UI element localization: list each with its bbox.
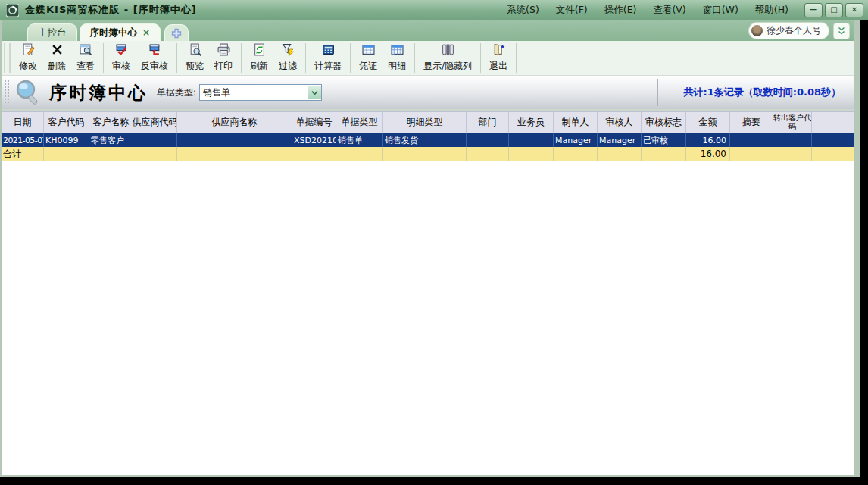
column-header[interactable]: 明细类型	[383, 112, 467, 133]
column-header[interactable]: 供应商名称	[177, 112, 292, 133]
menu-item-2[interactable]: 操作(E)	[596, 2, 645, 19]
exit-button[interactable]: 退出	[484, 41, 513, 75]
toolbar-button-label: 打印	[214, 60, 233, 73]
total-cell	[467, 147, 509, 161]
preview-icon	[189, 43, 201, 59]
detail-button[interactable]: 明细	[382, 41, 411, 75]
toolbar-button-label: 计算器	[314, 60, 342, 73]
table-cell	[177, 133, 292, 147]
column-header[interactable]: 业务员	[509, 112, 554, 133]
view-icon	[80, 43, 92, 59]
close-button[interactable]: ✕	[845, 3, 863, 17]
table-cell-filler	[812, 133, 815, 147]
journal-row[interactable]: 2021-05-07KH0099零售客户XSD20210500销售单销售发货Ma…	[2, 133, 854, 147]
maximize-button[interactable]: □	[825, 3, 843, 17]
audit-icon	[115, 43, 128, 59]
tab-1[interactable]: 序时簿中心×	[80, 23, 161, 41]
table-cell: 16.00	[686, 133, 730, 147]
column-header[interactable]: 供应商代码	[133, 112, 177, 133]
column-header[interactable]: 制单人	[554, 112, 598, 133]
table-cell	[509, 133, 554, 147]
tabs-container: 主控台序时簿中心×	[27, 23, 163, 41]
column-header[interactable]: 日期	[2, 112, 44, 133]
doc-type-select[interactable]: 销售单	[199, 84, 322, 101]
calculator-button[interactable]: 计算器	[309, 41, 347, 75]
edit-button[interactable]: 修改	[14, 41, 42, 75]
table-cell: KH0099	[44, 133, 89, 147]
toolbar-group-7: 退出	[482, 41, 514, 75]
toolbar-separator	[176, 43, 177, 73]
toolbar-button-label: 删除	[48, 60, 66, 73]
tab-close-icon[interactable]: ×	[142, 27, 150, 38]
toolbar-button-label: 显示/隐藏列	[423, 60, 472, 73]
toolbar-button-label: 退出	[489, 60, 507, 73]
column-header[interactable]: 摘要	[730, 112, 773, 133]
column-header[interactable]: 审核标志	[642, 112, 686, 133]
double-chevron-down-icon	[837, 27, 846, 36]
user-account-button[interactable]: 徐少春个人号	[748, 22, 829, 39]
toolbar-group-5: 凭证明细	[352, 41, 413, 75]
toolbar-group-3: 刷新过滤	[243, 41, 304, 75]
title-bar: 金蝶KIS商贸标准版 - [序时簿中心] 系统(S)文件(F)操作(E)查看(V…	[0, 0, 868, 20]
column-header[interactable]: 审核人	[598, 112, 642, 133]
toolbar-grip[interactable]	[4, 43, 11, 73]
filter-button[interactable]: 过滤	[273, 41, 302, 75]
total-cell	[509, 147, 554, 161]
table-cell	[133, 133, 177, 147]
toolbar-group-1: 审核反审核	[105, 41, 175, 75]
doc-type-value: 销售单	[200, 86, 308, 99]
screen: { "window": { "title": "金蝶KIS商贸标准版 - [序时…	[0, 0, 868, 485]
toolbar-separator	[414, 43, 415, 73]
column-header[interactable]: 部门	[467, 112, 509, 133]
toolbar-button-label: 修改	[19, 60, 37, 73]
voucher-button[interactable]: 凭证	[354, 41, 382, 75]
tab-0[interactable]: 主控台	[27, 23, 77, 41]
table-cell: Manager	[598, 133, 642, 147]
panel-grip	[4, 80, 11, 105]
menu-item-5[interactable]: 帮助(H)	[747, 2, 797, 19]
delete-button[interactable]: 删除	[42, 41, 71, 75]
window-frame: 主控台序时簿中心× 徐少春个人号 修改删除查看审	[0, 20, 860, 477]
table-cell: Manager	[554, 133, 598, 147]
unaudit-button[interactable]: 反审核	[136, 41, 173, 75]
toolbar-separator	[480, 43, 481, 73]
column-header[interactable]: 转出客户代码	[773, 112, 812, 133]
column-header[interactable]: 客户名称	[89, 112, 133, 133]
toolbar-group-0: 修改删除查看	[12, 41, 101, 75]
page-title: 序时簿中心	[49, 81, 148, 105]
menu-item-0[interactable]: 系统(S)	[498, 2, 548, 19]
column-header[interactable]: 单据编号	[292, 112, 336, 133]
table-cell	[467, 133, 509, 147]
magnifier-icon	[14, 79, 42, 106]
select-dropdown-button[interactable]	[308, 86, 321, 99]
new-tab-button[interactable]	[164, 24, 189, 41]
table-cell: 2021-05-07	[2, 133, 44, 147]
toolbar-group-2: 预览打印	[179, 41, 239, 75]
refresh-button[interactable]: 刷新	[245, 41, 273, 75]
grid-header-row: 日期客户代码客户名称供应商代码供应商名称单据编号单据类型明细类型部门业务员制单人…	[2, 111, 854, 133]
menu-item-4[interactable]: 窗口(W)	[695, 2, 747, 19]
view-button[interactable]: 查看	[71, 41, 100, 75]
app-window: 金蝶KIS商贸标准版 - [序时簿中心] 系统(S)文件(F)操作(E)查看(V…	[0, 0, 868, 478]
voucher-icon	[362, 43, 375, 59]
toolbar-button-label: 凭证	[359, 60, 377, 73]
minimize-button[interactable]: —	[804, 3, 823, 17]
toolbar-button-label: 审核	[112, 60, 130, 73]
table-cell: 零售客户	[89, 133, 133, 147]
column-header[interactable]: 单据类型	[336, 112, 383, 133]
columns-button[interactable]: 显示/隐藏列	[418, 41, 477, 75]
audit-button[interactable]: 审核	[107, 41, 136, 75]
preview-button[interactable]: 预览	[180, 41, 209, 75]
menu-item-3[interactable]: 查看(V)	[645, 2, 694, 19]
column-header[interactable]: 客户代码	[44, 112, 89, 133]
toolbar-separator	[241, 43, 242, 73]
doc-type-label: 单据类型:	[157, 86, 196, 99]
toolbar-button-label: 刷新	[250, 60, 268, 73]
column-header[interactable]: 金额	[686, 112, 730, 133]
tab-overflow-button[interactable]	[833, 23, 850, 39]
menu-item-1[interactable]: 文件(F)	[548, 2, 596, 19]
app-logo-icon	[6, 4, 19, 17]
table-cell: XSD20210500	[292, 133, 336, 147]
toolbar-button-label: 反审核	[141, 60, 168, 73]
print-button[interactable]: 打印	[209, 41, 238, 75]
